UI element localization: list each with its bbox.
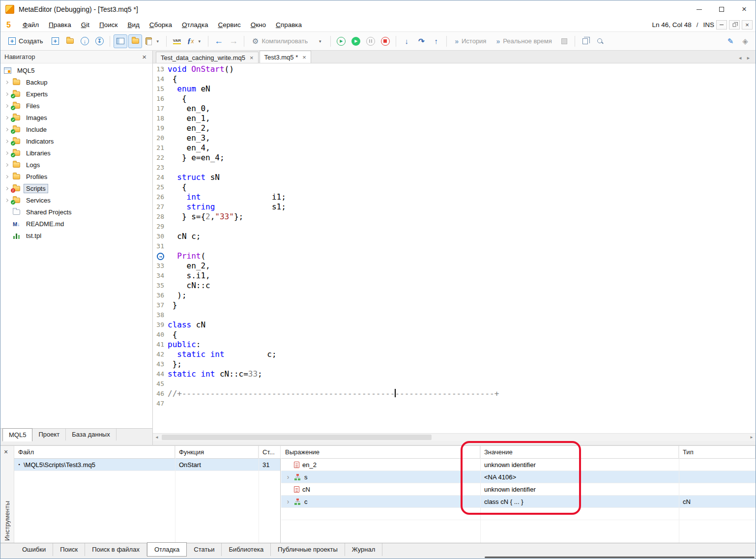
- menu-окно[interactable]: Окно: [246, 18, 271, 31]
- scroll-left-icon[interactable]: ◄: [153, 435, 161, 440]
- code-editor[interactable]: 13void OnStart()14 {15 enum eN16 {17 en_…: [153, 63, 756, 433]
- line-number[interactable]: 44: [153, 369, 168, 379]
- code-line-42[interactable]: 42 static int c;: [153, 350, 756, 359]
- mdi-close-button[interactable]: ×: [742, 20, 753, 29]
- menu-поиск[interactable]: Поиск: [94, 18, 122, 31]
- tree-item-logs[interactable]: Logs: [0, 159, 152, 171]
- tree-item-indicators[interactable]: ✓Indicators: [0, 135, 152, 147]
- close-button[interactable]: ×: [733, 0, 756, 18]
- line-number[interactable]: 25: [153, 182, 168, 192]
- storage-update-button[interactable]: ↧: [92, 34, 106, 48]
- bottom-scrollbar[interactable]: [0, 556, 756, 559]
- line-number[interactable]: 47: [153, 399, 168, 409]
- storage-checkout-button[interactable]: ↓: [78, 34, 91, 48]
- code-line-18[interactable]: 18 en_1,: [153, 114, 756, 123]
- tree-item-scripts[interactable]: !Scripts: [0, 182, 152, 194]
- menu-сборка[interactable]: Сборка: [145, 18, 177, 31]
- bottom-tab-поиск[interactable]: Поиск: [53, 543, 85, 556]
- line-number[interactable]: 29: [153, 222, 168, 232]
- compile-dropdown-button[interactable]: ▾: [313, 34, 327, 48]
- line-number[interactable]: 20: [153, 133, 168, 143]
- compile-button[interactable]: ⚙ Компилировать: [248, 34, 312, 48]
- navigate-back-button[interactable]: ←: [212, 34, 226, 48]
- minimize-button[interactable]: [688, 0, 710, 18]
- tab-scroll-left-icon[interactable]: ◄: [738, 56, 742, 60]
- bottom-tab-журнал[interactable]: Журнал: [345, 543, 382, 556]
- code-line-31[interactable]: 31: [153, 241, 756, 251]
- search-view-button[interactable]: [593, 34, 607, 48]
- line-number[interactable]: 33: [153, 261, 168, 271]
- line-number[interactable]: 21: [153, 143, 168, 153]
- line-number[interactable]: 16: [153, 94, 168, 104]
- bottom-scrollbar-thumb[interactable]: [485, 557, 755, 558]
- line-number[interactable]: 22: [153, 153, 168, 163]
- code-line-27[interactable]: 27 string s1;: [153, 202, 756, 212]
- menu-файл[interactable]: Файл: [18, 18, 44, 31]
- history-button[interactable]: » История: [450, 34, 491, 48]
- tree-item-include[interactable]: ✓Include: [0, 123, 152, 135]
- copy-view-button[interactable]: [579, 34, 592, 48]
- expand-chevron-icon[interactable]: ›: [285, 498, 291, 505]
- line-number[interactable]: 38: [153, 310, 168, 320]
- line-number[interactable]: 13: [153, 64, 168, 74]
- stop-button[interactable]: [378, 34, 392, 48]
- tab-close-icon[interactable]: ×: [302, 54, 306, 61]
- editor-tab-1[interactable]: Test3.mq5 *×: [260, 51, 311, 63]
- editor-horizontal-scrollbar[interactable]: ◄ ►: [153, 433, 756, 441]
- code-line-22[interactable]: 22 } e=en_4;: [153, 153, 756, 163]
- code-line-38[interactable]: 38: [153, 310, 756, 320]
- line-number[interactable]: 24: [153, 173, 168, 182]
- watch-row-s[interactable]: ›s<NA 4106>: [281, 471, 756, 483]
- line-number[interactable]: 28: [153, 212, 168, 222]
- line-number[interactable]: 40: [153, 330, 168, 340]
- watch-row-en-2[interactable]: en_2unknown identifier: [281, 459, 756, 471]
- step-out-button[interactable]: ↑: [429, 34, 443, 48]
- code-line-15[interactable]: 15 enum eN: [153, 84, 756, 94]
- scrollbar-track[interactable]: [161, 434, 748, 441]
- code-line-28[interactable]: 28 } s={2,"33"};: [153, 212, 756, 222]
- code-line-39[interactable]: 39class cN: [153, 320, 756, 330]
- tree-item-tst-tpl[interactable]: tst.tpl: [0, 230, 152, 241]
- debug-history-button[interactable]: ▶: [334, 34, 348, 48]
- line-number[interactable]: 42: [153, 350, 168, 359]
- menu-правка[interactable]: Правка: [44, 18, 76, 31]
- code-line-13[interactable]: 13void OnStart(): [153, 64, 756, 74]
- tree-item-libraries[interactable]: ✓Libraries: [0, 147, 152, 159]
- mdi-minimize-button[interactable]: [716, 20, 727, 29]
- code-line-17[interactable]: 17 en_0,: [153, 104, 756, 114]
- mdi-restore-button[interactable]: [729, 20, 740, 29]
- tree-item-mql5[interactable]: MQL5: [0, 64, 152, 76]
- tree-item-images[interactable]: ✓Images: [0, 112, 152, 123]
- navigator-tab-база-данных[interactable]: База данных: [66, 429, 116, 441]
- code-line-19[interactable]: 19 en_2,: [153, 123, 756, 133]
- code-line-45[interactable]: 45: [153, 379, 756, 389]
- code-line-40[interactable]: 40 {: [153, 330, 756, 340]
- line-number[interactable]: 23: [153, 163, 168, 173]
- tree-item-shared-projects[interactable]: Shared Projects: [0, 206, 152, 218]
- bottom-tab-отладка[interactable]: Отладка: [147, 542, 187, 557]
- code-line-35[interactable]: 35 cN::c: [153, 281, 756, 291]
- watch-row-cn[interactable]: cNunknown identifier: [281, 483, 756, 496]
- code-line-37[interactable]: 37 }: [153, 300, 756, 310]
- chevron-right-icon[interactable]: [5, 164, 13, 166]
- line-number[interactable]: 46: [153, 389, 168, 399]
- line-number[interactable]: 15: [153, 84, 168, 94]
- navigate-forward-button[interactable]: →: [227, 34, 240, 48]
- line-number[interactable]: 45: [153, 379, 168, 389]
- line-number[interactable]: 41: [153, 340, 168, 350]
- bottom-tab-поиск-в-файлах[interactable]: Поиск в файлах: [85, 543, 147, 556]
- code-line-43[interactable]: 43 };: [153, 359, 756, 369]
- bottom-tab-статьи[interactable]: Статьи: [187, 543, 222, 556]
- line-number[interactable]: 37: [153, 300, 168, 310]
- editor-tab-0[interactable]: Test_data_caching_write.mq5×: [156, 52, 259, 63]
- pause-button[interactable]: [364, 34, 378, 48]
- tree-item-services[interactable]: ✓Services: [0, 194, 152, 206]
- line-number[interactable]: 18: [153, 114, 168, 123]
- code-line-23[interactable]: 23: [153, 163, 756, 173]
- code-line-36[interactable]: 36 );: [153, 291, 756, 300]
- var-button[interactable]: VAR: [170, 34, 184, 48]
- line-number[interactable]: 31: [153, 241, 168, 251]
- scrollbar-thumb[interactable]: [162, 435, 432, 440]
- new-file-button[interactable]: [48, 34, 62, 48]
- expand-chevron-icon[interactable]: ›: [285, 473, 291, 481]
